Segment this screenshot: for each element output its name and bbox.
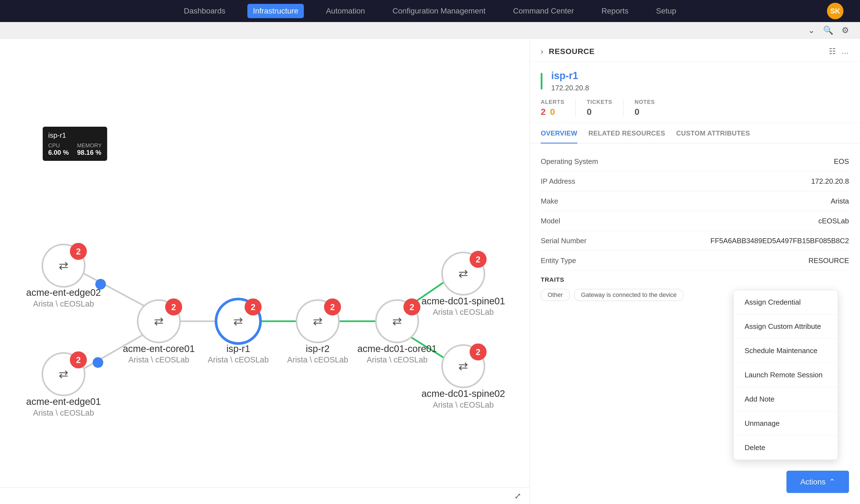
resource-section-label: RESOURCE [549, 47, 595, 56]
svg-text:2: 2 [476, 347, 481, 357]
svg-text:2: 2 [76, 355, 81, 365]
tab-overview[interactable]: OVERVIEW [541, 123, 577, 144]
top-nav: Dashboards Infrastructure Automation Con… [0, 0, 860, 22]
layout-icon[interactable]: ☷ [829, 47, 836, 56]
search-icon[interactable]: 🔍 [823, 25, 833, 35]
topology-area[interactable]: ⇄ 2 acme-ent-edge02 Arista \ cEOSLab ⇄ 2… [0, 39, 529, 488]
svg-text:Arista \ cEOSLab: Arista \ cEOSLab [208, 355, 269, 364]
nav-configuration-management[interactable]: Configuration Management [387, 4, 491, 18]
dropdown-add-note[interactable]: Add Note [734, 387, 838, 412]
resource-chevron-icon[interactable]: › [541, 47, 543, 56]
svg-text:2: 2 [251, 302, 255, 312]
nav-automation[interactable]: Automation [320, 4, 371, 18]
svg-text:Arista \ cEOSLab: Arista \ cEOSLab [33, 408, 94, 417]
svg-text:2: 2 [476, 255, 481, 264]
prop-model-label: Model [541, 217, 560, 225]
svg-text:Arista \ cEOSLab: Arista \ cEOSLab [367, 355, 428, 364]
svg-text:Arista \ cEOSLab: Arista \ cEOSLab [433, 308, 493, 316]
svg-text:acme-ent-core01: acme-ent-core01 [123, 343, 195, 354]
prop-model-value: cEOSLab [818, 217, 849, 225]
dropdown-launch-remote-session[interactable]: Launch Remote Session [734, 363, 838, 387]
notes-value: 0 [635, 107, 640, 117]
prop-serial-value: FF5A6ABB3489ED5A497FB15BF085B8C2 [711, 236, 849, 245]
alerts-stat: ALERTS 2 0 [541, 99, 576, 117]
svg-text:Arista \ cEOSLab: Arista \ cEOSLab [33, 299, 94, 308]
svg-text:Arista \ cEOSLab: Arista \ cEOSLab [433, 401, 493, 409]
tab-related-resources[interactable]: RELATED RESOURCES [588, 123, 665, 144]
svg-point-3 [92, 357, 103, 368]
resource-header-actions: ☷ … [829, 47, 849, 56]
alerts-orange-value: 0 [550, 107, 555, 117]
svg-text:acme-dc01-spine02: acme-dc01-spine02 [421, 388, 505, 399]
actions-button-label: Actions [800, 478, 826, 486]
node-tooltip: isp-r1 CPU 6.00 % MEMORY 98.16 % [43, 127, 107, 161]
actions-button-container: Actions ⌃ [786, 471, 849, 493]
svg-text:isp-r1: isp-r1 [226, 343, 250, 354]
user-avatar[interactable]: SK [827, 3, 844, 19]
trait-other: Other [541, 289, 570, 301]
svg-text:Arista \ cEOSLab: Arista \ cEOSLab [128, 355, 189, 364]
tickets-label: TICKETS [587, 99, 612, 105]
actions-button[interactable]: Actions ⌃ [786, 471, 849, 493]
chevron-down-icon[interactable]: ⌄ [808, 25, 815, 35]
dropdown-unmanage[interactable]: Unmanage [734, 412, 838, 436]
prop-serial: Serial Number FF5A6ABB3489ED5A497FB15BF0… [541, 231, 849, 251]
actions-chevron-icon: ⌃ [829, 477, 835, 486]
node-acme-dc01-spine01[interactable]: ⇄ 2 acme-dc01-spine01 Arista \ cEOSLab [421, 251, 505, 317]
node-acme-ent-core01[interactable]: ⇄ 2 acme-ent-core01 Arista \ cEOSLab [123, 299, 195, 364]
settings-icon[interactable]: ⚙ [842, 25, 849, 35]
nav-dashboards[interactable]: Dashboards [178, 4, 231, 18]
dropdown-assign-custom-attribute[interactable]: Assign Custom Attribute [734, 315, 838, 339]
nav-reports[interactable]: Reports [596, 4, 634, 18]
actions-dropdown: Assign Credential Assign Custom Attribut… [733, 290, 838, 460]
trait-gateway: Gateway is connected to the device [574, 289, 684, 301]
more-options-icon[interactable]: … [841, 47, 849, 56]
dropdown-assign-credential[interactable]: Assign Credential [734, 290, 838, 315]
status-bar [541, 73, 542, 89]
dropdown-delete[interactable]: Delete [734, 436, 838, 460]
nav-command-center[interactable]: Command Center [508, 4, 579, 18]
expand-icon[interactable]: ⤢ [514, 491, 521, 501]
prop-ip: IP Address 172.20.20.8 [541, 172, 849, 191]
prop-entity-type-label: Entity Type [541, 256, 576, 265]
prop-ip-value: 172.20.20.8 [811, 177, 849, 186]
alerts-red-value: 2 [541, 107, 546, 117]
dropdown-schedule-maintenance[interactable]: Schedule Maintenance [734, 339, 838, 363]
prop-model: Model cEOSLab [541, 211, 849, 231]
prop-os-value: EOS [834, 157, 849, 166]
prop-make: Make Arista [541, 191, 849, 211]
prop-entity-type: Entity Type RESOURCE [541, 251, 849, 271]
tab-custom-attributes[interactable]: CUSTOM ATTRIBUTES [676, 123, 750, 144]
svg-text:2: 2 [410, 302, 414, 312]
topology-svg: ⇄ 2 acme-ent-edge02 Arista \ cEOSLab ⇄ 2… [0, 39, 529, 488]
right-panel: › RESOURCE ☷ … isp-r1 172.20.20.8 ALERTS [529, 39, 860, 504]
resource-tabs: OVERVIEW RELATED RESOURCES CUSTOM ATTRIB… [530, 123, 860, 144]
tickets-stat: TICKETS 0 [587, 99, 624, 117]
resource-stats: ALERTS 2 0 TICKETS 0 NOTES 0 [541, 99, 849, 117]
node-isp-r1[interactable]: ⇄ 2 isp-r1 Arista \ cEOSLab [208, 299, 269, 364]
svg-text:⇄: ⇄ [233, 315, 243, 328]
resource-ip: 172.20.20.8 [551, 84, 589, 92]
alerts-label: ALERTS [541, 99, 564, 105]
tooltip-cpu-label: CPU [48, 142, 69, 149]
tooltip-title: isp-r1 [48, 131, 102, 140]
tooltip-memory-value: 98.16 % [77, 149, 102, 156]
prop-os: Operating System EOS [541, 152, 849, 172]
svg-text:⇄: ⇄ [313, 315, 322, 328]
svg-text:2: 2 [76, 247, 81, 256]
svg-text:⇄: ⇄ [458, 359, 468, 372]
resource-info: isp-r1 172.20.20.8 ALERTS 2 0 TICKETS 0 [530, 62, 860, 123]
traits-title: TRAITS [541, 276, 849, 284]
nav-setup[interactable]: Setup [651, 4, 682, 18]
notes-stat: NOTES 0 [635, 99, 666, 117]
map-panel: ⇄ 2 acme-ent-edge02 Arista \ cEOSLab ⇄ 2… [0, 39, 529, 504]
node-isp-r2[interactable]: ⇄ 2 isp-r2 Arista \ cEOSLab [287, 299, 348, 364]
svg-text:acme-ent-edge01: acme-ent-edge01 [26, 396, 101, 407]
node-acme-dc01-core01[interactable]: ⇄ 2 acme-dc01-core01 Arista \ cEOSLab [357, 299, 436, 364]
svg-text:acme-dc01-spine01: acme-dc01-spine01 [421, 296, 505, 306]
prop-make-value: Arista [831, 197, 849, 205]
nav-infrastructure[interactable]: Infrastructure [247, 4, 304, 18]
node-acme-ent-edge02[interactable]: ⇄ 2 acme-ent-edge02 Arista \ cEOSLab [26, 243, 101, 308]
node-acme-ent-edge01[interactable]: ⇄ 2 acme-ent-edge01 Arista \ cEOSLab [26, 351, 101, 417]
svg-text:⇄: ⇄ [59, 259, 68, 272]
